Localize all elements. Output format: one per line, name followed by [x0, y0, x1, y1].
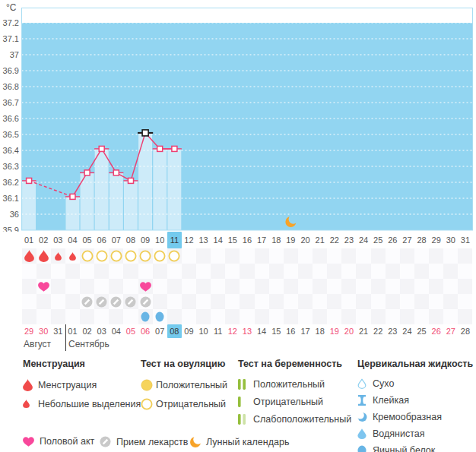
temperature-bar[interactable]	[124, 181, 138, 230]
event-cell[interactable]	[327, 248, 341, 264]
cycle-day-cell[interactable]: 23	[341, 232, 356, 248]
event-cell[interactable]	[443, 309, 458, 324]
cycle-day-cell[interactable]: 17	[255, 232, 269, 248]
event-cell[interactable]	[22, 309, 36, 324]
event-cell[interactable]	[429, 264, 443, 279]
event-cell[interactable]	[138, 279, 153, 294]
event-cell[interactable]	[225, 264, 240, 279]
event-cell[interactable]	[167, 279, 182, 294]
selected-temperature-point[interactable]	[142, 130, 148, 136]
event-cell[interactable]	[138, 309, 153, 324]
event-cell[interactable]	[414, 309, 429, 324]
event-cell[interactable]	[94, 294, 109, 309]
calendar-date-cell[interactable]: 18	[313, 324, 327, 338]
event-cell[interactable]	[298, 279, 313, 294]
calendar-date-cell[interactable]: 16	[284, 324, 298, 338]
event-cell[interactable]	[80, 309, 94, 324]
cycle-day-cell[interactable]: 12	[182, 232, 196, 248]
event-cell[interactable]	[211, 309, 225, 324]
event-cell[interactable]	[153, 294, 167, 309]
event-cell[interactable]	[138, 248, 153, 264]
event-cell[interactable]	[386, 309, 400, 324]
event-cell[interactable]	[109, 309, 123, 324]
event-cell[interactable]	[269, 309, 284, 324]
event-cell[interactable]	[443, 279, 458, 294]
event-cell[interactable]	[153, 264, 167, 279]
calendar-date-cell[interactable]: 15	[269, 324, 284, 338]
event-cell[interactable]	[123, 264, 138, 279]
temperature-point[interactable]	[84, 170, 90, 175]
cycle-day-cell[interactable]: 05	[80, 232, 94, 248]
event-cell[interactable]	[386, 279, 400, 294]
cycle-day-cell[interactable]: 18	[269, 232, 284, 248]
cycle-day-cell[interactable]: 02	[36, 232, 51, 248]
event-cell[interactable]	[123, 294, 138, 309]
event-cell[interactable]	[341, 264, 356, 279]
event-cell[interactable]	[298, 309, 313, 324]
event-cell[interactable]	[341, 279, 356, 294]
calendar-date-cell[interactable]: 10	[196, 324, 211, 338]
event-cell[interactable]	[356, 309, 370, 324]
event-cell[interactable]	[255, 264, 269, 279]
event-cell[interactable]	[167, 248, 182, 264]
cycle-day-cell[interactable]: 13	[196, 232, 211, 248]
event-cell[interactable]	[80, 294, 94, 309]
event-cell[interactable]	[298, 294, 313, 309]
calendar-date-cell[interactable]: 01	[65, 324, 80, 338]
event-cell[interactable]	[94, 309, 109, 324]
event-cell[interactable]	[356, 264, 370, 279]
cycle-day-cell[interactable]: 15	[225, 232, 240, 248]
cycle-day-cell[interactable]: 10	[153, 232, 167, 248]
cycle-day-cell[interactable]: 19	[284, 232, 298, 248]
event-cell[interactable]	[80, 248, 94, 264]
cycle-day-cell[interactable]: 08	[123, 232, 138, 248]
event-cell[interactable]	[94, 264, 109, 279]
event-cell[interactable]	[458, 264, 472, 279]
event-cell[interactable]	[240, 264, 254, 279]
temperature-point[interactable]	[129, 178, 134, 183]
event-cell[interactable]	[327, 264, 341, 279]
cycle-day-cell[interactable]: 20	[298, 232, 313, 248]
event-cell[interactable]	[429, 279, 443, 294]
calendar-date-cell[interactable]: 27	[443, 324, 458, 338]
calendar-date-cell[interactable]: 19	[327, 324, 341, 338]
event-cell[interactable]	[269, 264, 284, 279]
event-cell[interactable]	[65, 279, 80, 294]
calendar-date-cell[interactable]: 23	[386, 324, 400, 338]
event-cell[interactable]	[400, 248, 414, 264]
event-cell[interactable]	[240, 294, 254, 309]
event-cell[interactable]	[65, 264, 80, 279]
event-cell[interactable]	[255, 248, 269, 264]
cycle-day-cell[interactable]: 30	[443, 232, 458, 248]
event-cell[interactable]	[153, 279, 167, 294]
event-cell[interactable]	[313, 264, 327, 279]
event-cell[interactable]	[414, 294, 429, 309]
event-cell[interactable]	[123, 279, 138, 294]
cycle-day-cell[interactable]: 11	[167, 232, 182, 248]
event-cell[interactable]	[313, 309, 327, 324]
event-cell[interactable]	[51, 248, 65, 264]
temperature-point[interactable]	[70, 194, 75, 199]
event-cell[interactable]	[225, 294, 240, 309]
event-cell[interactable]	[414, 248, 429, 264]
cycle-day-cell[interactable]: 04	[65, 232, 80, 248]
event-cell[interactable]	[225, 248, 240, 264]
calendar-date-cell[interactable]: 08	[167, 324, 182, 338]
event-cell[interactable]	[94, 279, 109, 294]
calendar-date-cell[interactable]: 26	[429, 324, 443, 338]
event-cell[interactable]	[123, 309, 138, 324]
event-cell[interactable]	[284, 264, 298, 279]
event-cell[interactable]	[255, 309, 269, 324]
event-cell[interactable]	[356, 248, 370, 264]
calendar-date-cell[interactable]: 28	[458, 324, 472, 338]
event-cell[interactable]	[443, 264, 458, 279]
event-cell[interactable]	[196, 279, 211, 294]
event-cell[interactable]	[356, 294, 370, 309]
event-cell[interactable]	[153, 248, 167, 264]
event-cell[interactable]	[269, 248, 284, 264]
calendar-date-cell[interactable]: 07	[153, 324, 167, 338]
event-cell[interactable]	[269, 294, 284, 309]
event-cell[interactable]	[196, 294, 211, 309]
calendar-date-cell[interactable]: 11	[211, 324, 225, 338]
event-cell[interactable]	[400, 294, 414, 309]
